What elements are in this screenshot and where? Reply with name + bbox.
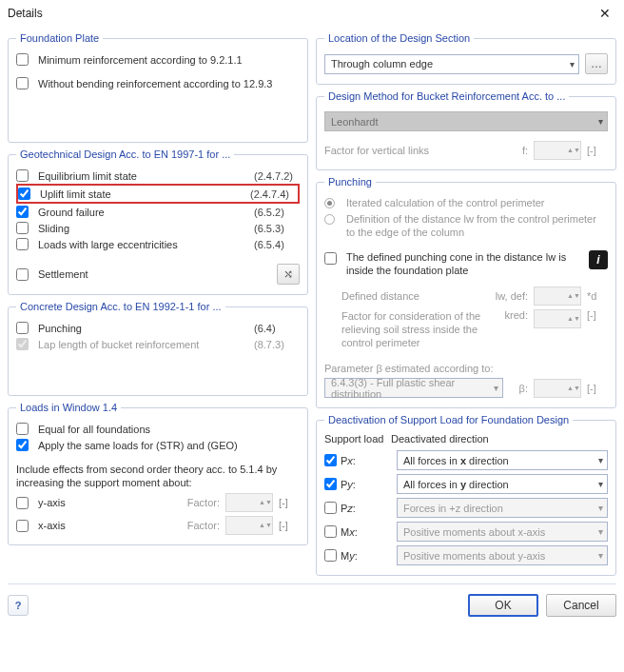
- info-icon[interactable]: i: [589, 250, 608, 269]
- chevron-down-icon: ▾: [598, 455, 603, 465]
- chevron-down-icon: ▾: [570, 59, 575, 69]
- chevron-down-icon: ▾: [598, 503, 603, 513]
- legend-loads14: Loads in Window 1.4: [16, 402, 121, 413]
- spin-kred: ▲▼: [534, 309, 581, 328]
- help-button[interactable]: ?: [8, 595, 29, 616]
- lbl-beta: Parameter β estimated according to:: [324, 363, 608, 374]
- unit-f: [-]: [587, 145, 608, 156]
- chk-no-bending[interactable]: [16, 77, 29, 89]
- close-icon[interactable]: ✕: [594, 6, 616, 21]
- chk-y-axis[interactable]: [16, 497, 29, 509]
- chk-settlement[interactable]: [16, 268, 29, 281]
- chk-same-str-geo[interactable]: [16, 439, 29, 451]
- lbl-x-axis: x-axis: [38, 520, 182, 531]
- key-beta: β:: [509, 383, 528, 394]
- chk-lap-length: [16, 338, 29, 350]
- lbl-y-axis: y-axis: [38, 497, 182, 508]
- lbl-pz: Pz:: [341, 503, 356, 514]
- select-pz: Forces in +z direction▾: [397, 498, 608, 518]
- unit-beta: [-]: [587, 383, 608, 394]
- lbl-defdist-radio: Definition of the distance lw from the c…: [346, 212, 608, 239]
- lbl-factor-y: Factor:: [187, 497, 220, 508]
- hdr-deactivated-dir: Deactivated direction: [391, 433, 608, 445]
- lbl-relieve: Factor for consideration of the relievin…: [341, 309, 482, 349]
- unit-factor-x: [-]: [279, 520, 300, 531]
- lbl-my: My:: [341, 550, 358, 562]
- lbl-equilibrium: Equilibrium limit state: [38, 170, 248, 182]
- key-kred: kred:: [488, 309, 528, 321]
- lbl-defined-distance: Defined distance: [341, 290, 482, 302]
- chk-cone-inside[interactable]: [324, 252, 337, 265]
- legend-deactivation: Deactivation of Support Load for Foundat…: [324, 414, 573, 425]
- cancel-button[interactable]: Cancel: [546, 594, 616, 617]
- ok-button[interactable]: OK: [468, 594, 538, 617]
- ref-sliding: (6.5.3): [254, 223, 300, 234]
- location-more-button[interactable]: …: [585, 53, 608, 74]
- lbl-sliding: Sliding: [38, 223, 248, 234]
- group-loads14: Loads in Window 1.4 Equal for all founda…: [8, 402, 308, 545]
- ref-loads-ecc: (6.5.4): [254, 239, 300, 250]
- chevron-down-icon: ▾: [598, 550, 603, 561]
- select-px[interactable]: All forces in x direction▾: [397, 450, 608, 470]
- ref-punching-conc: (6.4): [254, 323, 300, 334]
- window-title: Details: [8, 7, 43, 20]
- lbl-min-reinforcement: Minimum reinforcement according to 9.2.1…: [38, 54, 300, 66]
- select-py[interactable]: All forces in y direction▾: [397, 474, 608, 494]
- settlement-options-button[interactable]: ⤭: [277, 264, 300, 285]
- chevron-down-icon: ▾: [598, 526, 603, 537]
- radio-iterated: [324, 198, 335, 208]
- unit-factor-y: [-]: [279, 497, 300, 508]
- chk-py[interactable]: [324, 478, 337, 490]
- legend-geotech: Geotechnical Design Acc. to EN 1997-1 fo…: [16, 148, 234, 160]
- lbl-same-str-geo: Apply the same loads for (STR) and (GEO): [38, 440, 300, 451]
- select-mx-value: Positive moments about x-axis: [403, 526, 545, 538]
- lbl-lap-length: Lap length of bucket reinforcement: [38, 339, 248, 350]
- chk-sliding[interactable]: [16, 222, 29, 234]
- chk-mx[interactable]: [324, 525, 337, 538]
- chk-equilibrium[interactable]: [16, 169, 29, 182]
- unit-kred: [-]: [587, 309, 608, 321]
- group-punching: Punching Iterated calculation of the con…: [316, 176, 616, 408]
- ref-uplift: (2.4.7.4): [250, 188, 296, 200]
- spin-beta: ▲▼: [534, 379, 581, 398]
- lbl-mx: Mx:: [341, 526, 358, 538]
- chk-ground-failure[interactable]: [16, 206, 29, 218]
- chk-equal-foundations[interactable]: [16, 423, 29, 435]
- lbl-cone-inside: The defined punching cone in the distanc…: [346, 250, 583, 277]
- select-my-value: Positive moments about y-axis: [403, 550, 545, 562]
- radio-defdist: [324, 214, 335, 225]
- select-my: Positive moments about y-axis▾: [397, 545, 608, 565]
- chk-px[interactable]: [324, 454, 337, 466]
- lbl-no-bending: Without bending reinforcement according …: [38, 78, 300, 89]
- lbl-punching-conc: Punching: [38, 323, 248, 334]
- select-beta-value: 6.4.3(3) - Full plastic shear distributi…: [331, 377, 494, 400]
- select-pz-value: Forces in +z direction: [403, 503, 503, 514]
- chevron-down-icon: ▾: [598, 479, 603, 489]
- ref-ground-failure: (6.5.2): [254, 207, 300, 218]
- lbl-ground-failure: Ground failure: [38, 207, 248, 218]
- chk-pz[interactable]: [324, 502, 337, 514]
- group-location: Location of the Design Section Through c…: [316, 32, 616, 85]
- select-mx: Positive moments about x-axis▾: [397, 522, 608, 542]
- lbl-px: Px:: [341, 455, 356, 466]
- lbl-factor-vlinks: Factor for vertical links: [324, 145, 490, 156]
- chk-my[interactable]: [324, 549, 337, 562]
- group-geotech: Geotechnical Design Acc. to EN 1997-1 fo…: [8, 148, 308, 295]
- chk-x-axis[interactable]: [16, 520, 29, 532]
- ref-lap-length: (8.7.3): [254, 339, 300, 350]
- chk-punching-conc[interactable]: [16, 322, 29, 334]
- legend-foundation-plate: Foundation Plate: [16, 32, 103, 44]
- key-lwdef: lw, def:: [488, 290, 528, 302]
- chk-min-reinforcement[interactable]: [16, 53, 29, 66]
- lbl-settlement: Settlement: [38, 268, 271, 280]
- chk-uplift[interactable]: [18, 188, 30, 200]
- select-design-section[interactable]: Through column edge ▾: [324, 54, 579, 74]
- spin-factor-x: ▲▼: [225, 516, 273, 535]
- chk-loads-ecc[interactable]: [16, 238, 29, 250]
- legend-location: Location of the Design Section: [324, 32, 474, 44]
- lbl-factor-x: Factor:: [187, 520, 220, 531]
- spin-lwdef: ▲▼: [534, 287, 581, 306]
- lbl-equal-foundations: Equal for all foundations: [38, 424, 300, 435]
- legend-concrete: Concrete Design Acc. to EN 1992-1-1 for …: [16, 301, 225, 312]
- lbl-py: Py:: [341, 479, 356, 490]
